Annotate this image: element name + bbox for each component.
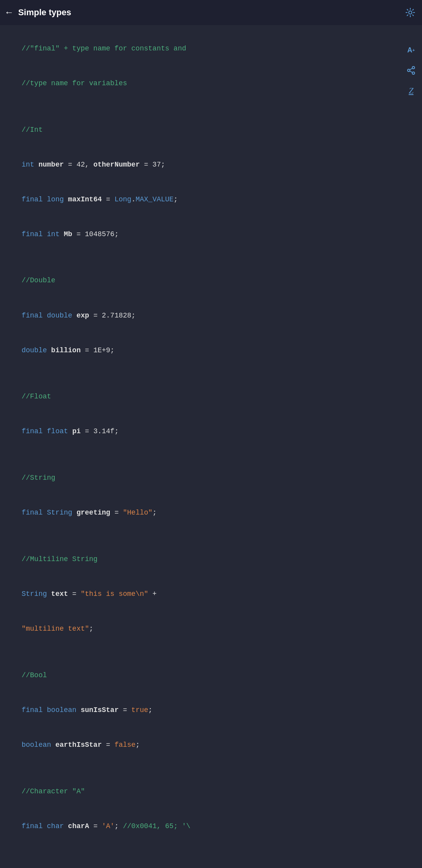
comment-double: //Double <box>5 264 417 298</box>
svg-line-5 <box>410 68 413 70</box>
svg-point-1 <box>412 66 415 69</box>
comment-string: //String <box>5 461 417 495</box>
comment-multiline: //Multiline String <box>5 542 417 577</box>
comment-int: //Int <box>5 113 417 147</box>
line-final-float: final float pi = 3.14f; <box>5 414 417 449</box>
line-int-declaration: int number = 42, otherNumber = 37; <box>5 147 417 182</box>
line-final-string: final String greeting = "Hello"; <box>5 496 417 531</box>
line-final-char: final char charA = 'A'; //0x0041, 65; '\ <box>5 809 417 844</box>
comment-bool: //Bool <box>5 658 417 693</box>
blank-7 <box>5 762 417 774</box>
line-string-text1: String text = "this is some\n" + <box>5 577 417 612</box>
line-double-billion: double billion = 1E+9; <box>5 333 417 368</box>
line-string-text2: "multiline text"; <box>5 612 417 646</box>
font-increase-icon[interactable]: A+ <box>404 43 418 57</box>
line-final-double: final double exp = 2.71828; <box>5 298 417 333</box>
svg-point-3 <box>412 72 415 74</box>
code-comment-2: //type name for variables <box>5 66 417 101</box>
back-button[interactable]: ← <box>6 7 12 18</box>
blank-2 <box>5 252 417 264</box>
code-comment-1: //"final" + type name for constants and <box>5 31 417 66</box>
line-boolean-earth: boolean earthIsStar = false; <box>5 728 417 762</box>
page-title: Simple types <box>18 7 416 18</box>
blank-5 <box>5 531 417 542</box>
blank-8 <box>5 844 417 855</box>
svg-point-0 <box>409 11 412 14</box>
italic-icon[interactable]: Z <box>404 84 418 98</box>
top-icons <box>403 5 417 20</box>
share-icon[interactable] <box>404 63 418 77</box>
comment-char: //Character "A" <box>5 774 417 809</box>
line-final-boolean: final boolean sunIsStar = true; <box>5 693 417 728</box>
top-bar: ← Simple types <box>0 0 422 25</box>
blank-4 <box>5 449 417 461</box>
settings-icon[interactable] <box>403 5 417 20</box>
blank-3 <box>5 368 417 380</box>
comment-float: //Float <box>5 380 417 414</box>
code-area: //"final" + type name for constants and … <box>0 25 422 868</box>
svg-line-4 <box>410 71 413 73</box>
comment-tuple: //Tuple (Int, String), using javatuples <box>5 855 417 868</box>
blank-6 <box>5 646 417 658</box>
line-final-long: final long maxInt64 = Long.MAX_VALUE; <box>5 182 417 217</box>
svg-point-2 <box>408 69 410 72</box>
blank-1 <box>5 101 417 113</box>
line-final-int-mb: final int Mb = 1048576; <box>5 217 417 252</box>
